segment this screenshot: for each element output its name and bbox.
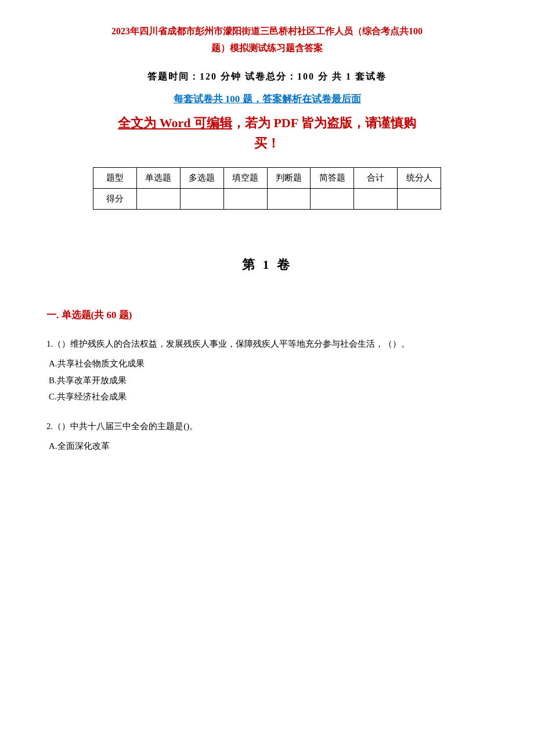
score-total: [354, 188, 398, 209]
exam-notice: 每套试卷共 100 题，答案解析在试卷最后面: [46, 92, 488, 106]
question-2: 2.（）中共十八届三中全会的主题是()。 A.全面深化改革: [46, 418, 488, 455]
score-table-wrapper: 题型 单选题 多选题 填空题 判断题 简答题 合计 统分人 得分: [93, 167, 441, 210]
col-header-scorer: 统分人: [398, 167, 441, 188]
score-single: [136, 188, 180, 209]
warning-word-editable: 全文为 Word 可编辑: [118, 116, 232, 130]
col-header-type: 题型: [93, 167, 137, 188]
question-1-option-a: A.共享社会物质文化成果: [49, 355, 488, 372]
question-2-option-a: A.全面深化改革: [49, 438, 488, 455]
title-line2: 题）模拟测试练习题含答案: [46, 40, 488, 57]
col-header-judge: 判断题: [267, 167, 311, 188]
row-label-score: 得分: [93, 188, 137, 209]
score-fill: [223, 188, 267, 209]
col-header-multi: 多选题: [180, 167, 223, 188]
score-judge: [267, 188, 311, 209]
question-1: 1.（）维护残疾人的合法权益，发展残疾人事业，保障残疾人平等地充分参与社会生活，…: [46, 336, 488, 405]
score-multi: [180, 188, 223, 209]
exam-meta: 答题时间：120 分钟 试卷总分：100 分 共 1 套试卷: [46, 71, 488, 83]
page-title: 2023年四川省成都市彭州市濛阳街道三邑桥村社区工作人员（综合考点共100 题）…: [46, 23, 488, 57]
volume-label: 第 1 卷: [46, 256, 488, 273]
table-header-row: 题型 单选题 多选题 填空题 判断题 简答题 合计 统分人: [93, 167, 441, 188]
question-1-option-b: B.共享改革开放成果: [49, 372, 488, 389]
col-header-short: 简答题: [311, 167, 354, 188]
score-table: 题型 单选题 多选题 填空题 判断题 简答题 合计 统分人 得分: [93, 167, 441, 210]
section1-header: 一. 单选题(共 60 题): [46, 308, 488, 322]
question-1-text: 1.（）维护残疾人的合法权益，发展残疾人事业，保障残疾人平等地充分参与社会生活，…: [46, 336, 488, 352]
title-line1: 2023年四川省成都市彭州市濛阳街道三邑桥村社区工作人员（综合考点共100: [46, 23, 488, 40]
warning-line2: 买！: [254, 136, 280, 150]
score-scorer: [398, 188, 441, 209]
col-header-fill: 填空题: [223, 167, 267, 188]
exam-warning: 全文为 Word 可编辑，若为 PDF 皆为盗版，请谨慎购 买！: [46, 113, 488, 153]
col-header-single: 单选题: [136, 167, 180, 188]
warning-line1: 全文为 Word 可编辑，若为 PDF 皆为盗版，请谨慎购: [118, 116, 416, 130]
question-1-option-c: C.共享经济社会成果: [49, 388, 488, 405]
question-2-text: 2.（）中共十八届三中全会的主题是()。: [46, 418, 488, 435]
table-score-row: 得分: [93, 188, 441, 209]
score-short: [311, 188, 354, 209]
col-header-total: 合计: [354, 167, 398, 188]
notice-text: 每套试卷共 100 题，答案解析在试卷最后面: [174, 93, 361, 105]
